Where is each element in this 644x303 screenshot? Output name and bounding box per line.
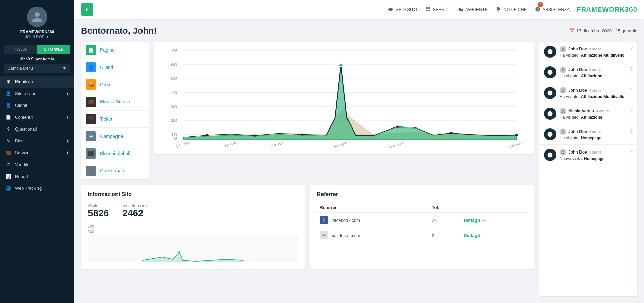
sidebar-item-report[interactable]: 📊 Report	[0, 170, 74, 182]
quick-link-campagne[interactable]: ⊞ Campagne	[81, 128, 149, 145]
sidebar: FRAMEWORK360 JOHN DOE ▼ FW360 SITO WEB M…	[0, 0, 74, 303]
activity-feed: John Doe 3 ore fa Ha visitato: Affiliazi…	[539, 42, 637, 296]
chevron-right-icon-2: ❮	[66, 115, 69, 119]
svg-text:40: 40	[171, 91, 177, 94]
blog-icon: ✎	[5, 138, 11, 143]
help-icon-0[interactable]: ?	[630, 46, 633, 51]
info-sito-card: Informazioni Sito Visite 5826 Visitatori…	[81, 185, 305, 269]
quick-link-blocchi-globali[interactable]: ⬛ Blocchi globali	[81, 145, 149, 162]
go-to-site-button[interactable]	[81, 3, 93, 16]
notifiche-button[interactable]: NOTIFICHE	[496, 7, 527, 12]
sidebar-nav: ⊞ Riepilogo 👤 Sito e Utenti ❮ 👤 Clienti …	[0, 76, 74, 303]
content-header: Bentornato, John! 📅 17 dicembre 2020 - 1…	[81, 26, 637, 36]
svg-text:30: 30	[171, 105, 177, 109]
svg-point-20	[205, 134, 209, 136]
referrer-dettagli-1[interactable]: Dettagli →	[464, 233, 524, 238]
tab-fw360[interactable]: FW360	[4, 45, 37, 54]
content-area: Bentornato, John! 📅 17 dicembre 2020 - 1…	[74, 19, 644, 303]
activity-time-3: 4 ore fa	[596, 109, 609, 113]
brand-logo: FRAMEWORK360	[576, 6, 637, 14]
avatar	[27, 7, 47, 27]
help-icon-3[interactable]: ?	[630, 108, 633, 113]
quick-link-ordini[interactable]: 📦 Ordini	[81, 76, 149, 93]
servizi-button[interactable]: SERVIZI	[425, 7, 449, 12]
chart-icon: 📊	[5, 174, 11, 179]
activity-item-0: John Doe 3 ore fa Ha visitato: Affiliazi…	[539, 42, 637, 62]
svg-text:01 gen: 01 gen	[331, 141, 349, 148]
activity-user-name-2: John Doe	[568, 88, 587, 93]
cambia-menu-dropdown[interactable]: Cambia Menù ▼	[4, 64, 70, 73]
quick-link-ticket[interactable]: ❓ Ticket	[81, 111, 149, 128]
question-icon: ?	[5, 126, 11, 132]
activity-item-2: John Doe 4 ore fa Ha visitato: Affiliazi…	[539, 83, 637, 103]
svg-text:50: 50	[171, 77, 177, 80]
visite-value: 5826	[88, 208, 109, 219]
chart-wrapper: 70 60 50 40 30 20 10 0	[159, 47, 529, 148]
file-icon: 📄	[5, 115, 11, 120]
sidebar-item-sito-utenti[interactable]: 👤 Sito e Utenti ❮	[0, 88, 74, 99]
quick-link-pagine[interactable]: 📄 Pagine	[81, 42, 149, 59]
svg-point-24	[396, 126, 400, 128]
quick-link-clienti[interactable]: 👤 Clienti	[81, 59, 149, 76]
activity-item-4: John Doe 4 ore fa Ha visitato: Homepage …	[539, 124, 637, 145]
svg-text:0: 0	[174, 137, 177, 140]
quick-links: 📄 Pagine 👤 Clienti 📦 Ordini 💼	[81, 42, 149, 179]
user-avatar-5	[560, 149, 566, 156]
quick-link-elenco-servizi[interactable]: 💼 Elenco Servizi	[81, 93, 149, 111]
email-icon: ✉	[320, 231, 328, 239]
chevron-right-icon: ❮	[66, 92, 69, 95]
ambiente-button[interactable]: AMBIENTE	[458, 7, 488, 12]
pagine-icon: 📄	[86, 45, 96, 55]
activity-time-2: 4 ore fa	[589, 88, 601, 92]
help-icon-2[interactable]: ?	[630, 87, 633, 92]
sidebar-item-contenuti[interactable]: 📄 Contenuti ❮	[0, 111, 74, 123]
mini-chart	[88, 235, 298, 262]
person-icon: 👤	[5, 103, 11, 108]
svg-text:17 dic: 17 dic	[175, 141, 190, 148]
tag-icon: 🏷	[5, 162, 11, 167]
tab-sito-web[interactable]: SITO WEB	[37, 45, 70, 54]
sidebar-item-web-tracking[interactable]: 🌐 Web Tracking	[0, 182, 74, 194]
sidebar-item-blog[interactable]: ✎ Blog ❮	[0, 135, 74, 147]
activity-item-5: John Doe 4 ore fa Nuova visita: Homepage…	[539, 145, 637, 165]
svg-point-26	[515, 134, 518, 136]
calendar-icon: 📅	[569, 28, 574, 33]
help-icon-1[interactable]: ?	[630, 66, 633, 72]
sidebar-item-vendite[interactable]: 🏷 Vendite	[0, 159, 74, 170]
sidebar-item-questionari[interactable]: ? Questionari	[0, 123, 74, 135]
chevron-right-icon-3: ❮	[66, 139, 69, 143]
sidebar-item-clienti[interactable]: 👤 Clienti	[0, 99, 74, 111]
user-avatar-1	[560, 66, 566, 73]
quick-link-questionari[interactable]: ❓ Questionari	[81, 162, 149, 179]
clienti-icon: 👤	[86, 62, 96, 72]
referrer-card: Referrer Referrer Tot.	[310, 185, 534, 269]
tot-col-header: Tot.	[429, 203, 461, 212]
svg-rect-1	[426, 7, 428, 9]
date-range: 📅 17 dicembre 2020 - 15 gennaio	[569, 28, 637, 33]
referrer-dettagli-0[interactable]: Dettagli →	[464, 218, 524, 223]
sidebar-item-riepilogo[interactable]: ⊞ Riepilogo	[0, 76, 74, 88]
table-row: ✉ mail-tester.com 2 Dettagli →	[317, 228, 527, 243]
activity-user-name-4: John Doe	[568, 129, 587, 134]
sidebar-role[interactable]: JOHN DOE ▼	[25, 34, 49, 39]
vedi-sito-button[interactable]: VEDI SITO	[388, 7, 417, 12]
briefcase-icon: 💼	[5, 150, 11, 155]
activity-item-1: John Doe 3 ore fa Ha visitato: Affiliazi…	[539, 62, 637, 83]
chevron-right-icon-4: ❮	[66, 151, 69, 155]
visitatori-stat: Visitatori unici 2462	[122, 203, 149, 219]
help-icon-5[interactable]: ?	[630, 149, 633, 154]
svg-point-23	[339, 64, 343, 67]
globe-icon-1	[544, 66, 556, 78]
assistenza-button[interactable]: 2 ASSISTENZA	[535, 7, 570, 12]
facebook-icon: f	[320, 216, 328, 224]
globe-icon-5	[544, 149, 556, 161]
blocchi-globali-icon: ⬛	[86, 148, 96, 159]
help-icon-4[interactable]: ?	[630, 128, 633, 134]
activity-user-name-5: John Doe	[568, 150, 587, 155]
users-icon: 👤	[5, 91, 11, 96]
sidebar-item-servizi[interactable]: 💼 Servizi ❮	[0, 147, 74, 159]
activity-user-name-0: John Doe	[568, 47, 587, 51]
activity-item-3: Nicola Vargiu 4 ore fa Ha visitato: Affi…	[539, 103, 637, 124]
activity-time-4: 4 ore fa	[589, 130, 601, 134]
topbar: VEDI SITO SERVIZI AMBIENTE NOTIFICHE 2 A…	[74, 0, 644, 19]
